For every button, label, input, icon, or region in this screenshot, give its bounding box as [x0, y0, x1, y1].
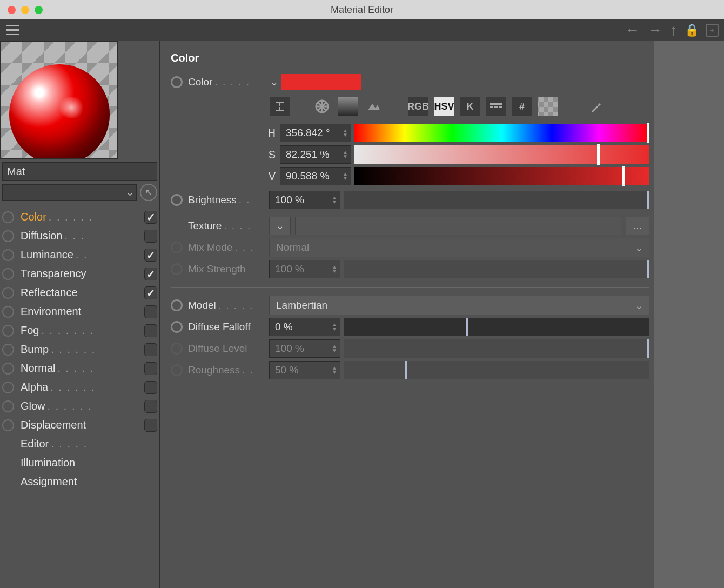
channel-fog[interactable]: Fog . . . . . . . [2, 321, 159, 340]
channel-label: Glow . . . . . . [21, 400, 144, 412]
channel-toggle-icon[interactable] [2, 306, 14, 318]
close-window-icon[interactable] [8, 6, 16, 14]
channel-toggle-icon[interactable] [2, 249, 14, 261]
channel-checkbox[interactable] [144, 249, 157, 262]
rgb-mode-button[interactable]: RGB [408, 97, 428, 116]
hsv-mode-button[interactable]: HSV [434, 97, 454, 116]
window-title: Material Editor [0, 4, 724, 16]
mixer-icon[interactable] [486, 97, 506, 116]
channel-checkbox[interactable] [144, 343, 157, 356]
svg-rect-8 [499, 106, 502, 108]
channel-checkbox[interactable] [144, 400, 157, 413]
diffuse-level-slider [344, 339, 649, 358]
chevron-down-icon: ⌄ [635, 242, 643, 254]
color-swatch[interactable] [281, 74, 361, 90]
channel-toggle-icon[interactable] [2, 230, 14, 242]
mixstrength-input: 100 %▲▼ [269, 260, 340, 278]
v-slider[interactable] [354, 167, 649, 185]
texture-browse-button[interactable]: ... [626, 217, 649, 235]
channel-toggle-icon[interactable] [2, 363, 14, 375]
channel-reflectance[interactable]: Reflectance [2, 283, 159, 302]
roughness-label: Roughness [188, 364, 240, 376]
color-wheel-icon[interactable] [312, 97, 332, 116]
model-label: Model [188, 299, 216, 311]
nav-up-icon[interactable]: ↑ [670, 22, 678, 39]
channel-checkbox[interactable] [144, 230, 157, 243]
channel-checkbox[interactable] [144, 268, 157, 280]
channel-toggle-icon[interactable] [2, 211, 14, 223]
channel-assignment[interactable]: Assignment [2, 472, 159, 491]
menu-button[interactable] [3, 21, 23, 40]
maximize-window-icon[interactable] [35, 6, 43, 14]
falloff-input[interactable]: 0 %▲▼ [269, 318, 340, 336]
nav-back-icon[interactable]: ← [625, 22, 640, 39]
channel-displacement[interactable]: Displacement [2, 416, 159, 435]
material-preview[interactable] [0, 41, 118, 159]
new-material-icon[interactable]: + [706, 24, 719, 37]
texture-field[interactable] [295, 217, 621, 235]
brightness-input[interactable]: 100 %▲▼ [269, 191, 340, 209]
channel-illumination[interactable]: Illumination [2, 453, 159, 472]
falloff-slider[interactable] [344, 318, 649, 336]
property-toggle-falloff[interactable] [171, 321, 183, 333]
channel-label: Illumination [21, 457, 159, 469]
channel-editor[interactable]: Editor . . . . . [2, 435, 159, 453]
channel-environment[interactable]: Environment [2, 302, 159, 321]
chevron-down-icon: ⌄ [126, 186, 134, 198]
swatch-grid-icon[interactable] [538, 97, 558, 116]
brightness-label: Brightness [188, 194, 237, 206]
lock-icon[interactable]: 🔒 [685, 24, 698, 37]
hex-mode-button[interactable]: # [512, 97, 532, 116]
content-panel: Color Color . . . . . ⌄ RGB HSV K # [160, 41, 654, 588]
channel-color[interactable]: Color . . . . . . [2, 208, 159, 226]
texture-dropdown[interactable]: ⌄ [269, 217, 291, 235]
k-mode-button[interactable]: K [460, 97, 480, 116]
arrow-picker-icon[interactable]: ↖ [140, 184, 157, 201]
channel-checkbox[interactable] [144, 305, 157, 318]
channel-toggle-icon[interactable] [2, 325, 14, 337]
channel-bump[interactable]: Bump . . . . . . [2, 340, 159, 359]
channel-checkbox[interactable] [144, 286, 157, 299]
eyedropper-icon[interactable] [587, 97, 606, 116]
channel-transparency[interactable]: Transparency [2, 264, 159, 283]
material-selector-dropdown[interactable]: ⌄ [2, 184, 137, 201]
channel-label: Normal . . . . . [21, 362, 144, 375]
channel-glow[interactable]: Glow . . . . . . [2, 397, 159, 416]
s-slider[interactable] [354, 145, 649, 164]
nav-forward-icon[interactable]: → [647, 22, 662, 39]
channel-checkbox[interactable] [144, 419, 157, 432]
property-toggle-model[interactable] [171, 299, 183, 311]
channel-toggle-icon[interactable] [2, 400, 14, 412]
v-value-input[interactable]: 90.588 %▲▼ [280, 167, 351, 185]
property-toggle-brightness[interactable] [171, 194, 183, 206]
color-picture-icon[interactable] [364, 97, 384, 116]
channel-toggle-icon[interactable] [2, 268, 14, 280]
h-value-input[interactable]: 356.842 °▲▼ [280, 124, 351, 142]
brightness-slider[interactable] [344, 191, 649, 209]
minimize-window-icon[interactable] [21, 6, 29, 14]
color-spectrum-icon[interactable] [338, 97, 358, 116]
diffuse-level-label: Diffuse Level [188, 343, 247, 355]
property-toggle-color[interactable] [171, 76, 183, 88]
channel-diffusion[interactable]: Diffusion . . . [2, 226, 159, 245]
color-tool-sliders-icon[interactable] [270, 97, 290, 116]
channel-toggle-icon[interactable] [2, 344, 14, 356]
channel-toggle-icon[interactable] [2, 419, 14, 431]
h-label: H [263, 127, 276, 139]
model-select[interactable]: Lambertian⌄ [269, 296, 649, 315]
material-name-input[interactable] [2, 162, 157, 181]
channel-checkbox[interactable] [144, 211, 157, 224]
channel-checkbox[interactable] [144, 381, 157, 394]
s-label: S [263, 149, 276, 161]
channel-normal[interactable]: Normal . . . . . [2, 359, 159, 378]
channel-checkbox[interactable] [144, 362, 157, 375]
channel-checkbox[interactable] [144, 324, 157, 337]
h-slider[interactable] [354, 124, 649, 142]
channel-toggle-icon[interactable] [2, 287, 14, 299]
channel-label: Transparency [21, 268, 144, 280]
channel-luminance[interactable]: Luminance . . [2, 245, 159, 264]
color-disclose-icon[interactable]: ⌄ [269, 77, 279, 87]
channel-toggle-icon[interactable] [2, 382, 14, 393]
channel-alpha[interactable]: Alpha . . . . . . [2, 378, 159, 397]
s-value-input[interactable]: 82.251 %▲▼ [280, 145, 351, 164]
